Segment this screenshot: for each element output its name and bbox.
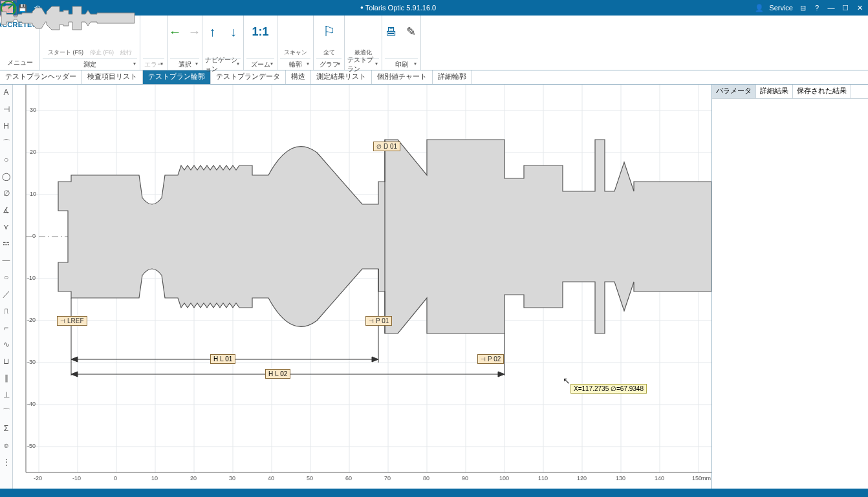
cursor-icon: ↖	[563, 375, 570, 386]
x-tick: 60	[345, 475, 352, 481]
x-unit: mm	[701, 475, 711, 481]
chevron-down-icon[interactable]: ▾	[307, 61, 309, 67]
circle-tool-icon[interactable]: ○	[1, 154, 12, 165]
x-tick: -20	[34, 475, 42, 481]
export-icon[interactable]: ✎	[405, 23, 418, 41]
rtab-detail-results[interactable]: 詳細結果	[756, 85, 793, 98]
minimap[interactable]	[719, 16, 868, 70]
scan-icon[interactable]	[287, 23, 305, 41]
help-icon[interactable]: ?	[812, 3, 821, 12]
profile-canvas[interactable]: 30 20 10 0 -10 -20 -30 -40 -50 -20 -10 0…	[13, 85, 711, 489]
more-tool-icon[interactable]: ⋮	[1, 457, 12, 467]
svg-marker-43	[71, 357, 78, 362]
cursor-readout: X=117.2735 ∅=67.9348	[570, 384, 647, 394]
perp-tool-icon[interactable]: ⊥	[1, 390, 12, 400]
x-tick: 90	[462, 475, 468, 481]
testplan-group-label[interactable]: テストプラン	[347, 56, 379, 74]
thread-tool-icon[interactable]: 𝌂	[1, 238, 12, 249]
flag-icon[interactable]: ⚐	[320, 23, 338, 41]
x-tick: 0	[114, 475, 117, 481]
dim-l02[interactable]: HL 02	[265, 369, 290, 379]
x-tick: 80	[423, 475, 429, 481]
right-panel: パラメータ 詳細結果 保存された結果	[711, 85, 868, 489]
user-icon[interactable]: 👤	[755, 3, 764, 12]
angle-tool-icon[interactable]: ∡	[1, 205, 12, 215]
settings-icon[interactable]: ⊟	[798, 3, 807, 12]
scan-label: スキャン	[284, 48, 307, 57]
diameter-tool-icon[interactable]: ∅	[1, 188, 12, 198]
sigma-tool-icon[interactable]: Σ	[1, 423, 12, 434]
parallel-tool-icon[interactable]: ∥	[1, 373, 12, 383]
target-tool-icon[interactable]: ⌾	[1, 440, 12, 450]
tab-structure[interactable]: 構造	[286, 70, 311, 84]
step-tool-icon[interactable]: ⌐	[1, 323, 12, 333]
dim-l01[interactable]: HL 01	[210, 354, 235, 364]
zoom-ratio-button[interactable]: 1:1	[252, 23, 270, 41]
x-tick: 150	[692, 475, 702, 481]
rtab-saved-results[interactable]: 保存された結果	[793, 85, 851, 98]
tab-testplan-contour[interactable]: テストプラン輪郭	[143, 70, 211, 84]
select-group-label[interactable]: 選択	[179, 60, 191, 69]
callout-p02[interactable]: ⊣P 02	[477, 354, 504, 364]
length-icon: H	[213, 355, 218, 363]
chevron-down-icon[interactable]: ▾	[160, 61, 163, 67]
tab-individual-chart[interactable]: 個別値チャート	[372, 70, 433, 84]
y-tick: 30	[30, 107, 36, 113]
y-tick: -10	[27, 275, 36, 281]
print-group-label[interactable]: 印刷	[395, 60, 408, 69]
tab-header[interactable]: テストプランヘッダー	[0, 70, 82, 84]
y-tick: -20	[27, 317, 36, 323]
contour-group-label[interactable]: 輪郭	[289, 60, 302, 69]
length-icon: H	[268, 370, 273, 377]
arrow-down-icon[interactable]: ↓	[226, 23, 241, 41]
close-icon[interactable]: ✕	[855, 3, 864, 12]
y-tick: -40	[27, 401, 36, 407]
point-tool-icon[interactable]: ⋎	[1, 222, 12, 232]
user-label: Service	[769, 4, 793, 12]
chevron-down-icon[interactable]: ▾	[195, 61, 198, 67]
arrow-right-icon[interactable]: →	[188, 23, 201, 41]
menu-label[interactable]: メニュー	[7, 58, 33, 67]
print-icon[interactable]: 🖶	[385, 23, 398, 41]
chevron-down-icon[interactable]: ▾	[237, 61, 239, 67]
ref-tool-icon[interactable]: ⊣	[1, 104, 12, 114]
tab-detail-contour[interactable]: 詳細輪郭	[433, 70, 472, 84]
minimize-icon[interactable]: —	[827, 3, 836, 12]
chevron-down-icon[interactable]: ▾	[414, 61, 417, 67]
callout-p01[interactable]: ⊣P 01	[365, 316, 392, 326]
x-tick: 120	[577, 475, 587, 481]
arc-tool-icon[interactable]: ⌒	[1, 138, 12, 148]
chevron-down-icon[interactable]: ▾	[270, 61, 273, 67]
statusbar	[0, 489, 868, 497]
rtab-parameters[interactable]: パラメータ	[712, 85, 756, 98]
slash-tool-icon[interactable]: ／	[1, 289, 12, 299]
groove-tool-icon[interactable]: ⊔	[1, 356, 12, 366]
nav-group-label[interactable]: ナビゲーション	[205, 56, 241, 74]
measure-group-label[interactable]: 測定	[83, 60, 96, 69]
curve-tool-icon[interactable]: ⌒	[1, 407, 12, 417]
chevron-down-icon[interactable]: ▾	[133, 61, 136, 67]
main-tabs: テストプランヘッダー 検査項目リスト テストプラン輪郭 テストプランデータ 構造…	[0, 70, 868, 85]
stop-label: 停止 (F6)	[90, 48, 114, 57]
graph-group-label[interactable]: グラフ	[320, 60, 339, 69]
arrow-up-icon[interactable]: ↑	[205, 23, 220, 41]
callout-d01[interactable]: ∅D 01	[373, 142, 400, 151]
chevron-down-icon[interactable]: ▾	[375, 61, 378, 67]
diameter-icon: ∅	[376, 143, 382, 150]
ref-icon: ⊣	[481, 356, 486, 363]
ellipse-tool-icon[interactable]: ◯	[1, 171, 12, 182]
text-tool-icon[interactable]: A	[1, 87, 12, 98]
wave-tool-icon[interactable]: ∿	[1, 339, 12, 350]
arrow-left-icon[interactable]: ←	[169, 23, 182, 41]
gauge-icon[interactable]	[354, 23, 373, 41]
zoom-group-label[interactable]: ズーム	[251, 60, 270, 69]
line-tool-icon[interactable]: —	[1, 255, 12, 266]
tab-inspection-list[interactable]: 検査項目リスト	[82, 70, 143, 84]
chevron-down-icon[interactable]: ▾	[338, 61, 340, 67]
length-tool-icon[interactable]: H	[1, 121, 12, 131]
callout-lref[interactable]: ⊣LREF	[57, 316, 87, 326]
circle2-tool-icon[interactable]: ○	[1, 272, 12, 282]
x-tick: 100	[499, 475, 509, 481]
profile-tool-icon[interactable]: ⎍	[1, 306, 12, 316]
maximize-icon[interactable]: ☐	[841, 3, 850, 12]
